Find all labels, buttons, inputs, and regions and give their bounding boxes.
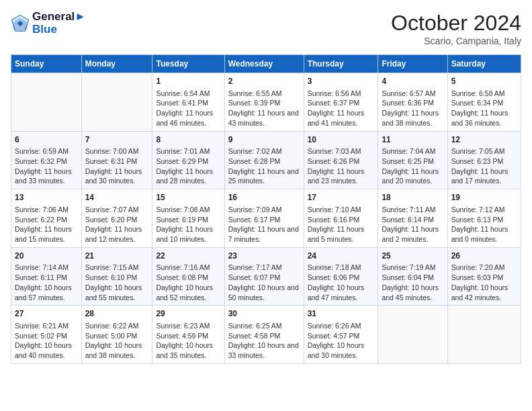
calendar-week-row: 6Sunrise: 6:59 AM Sunset: 6:32 PM Daylig…	[11, 131, 521, 189]
calendar-day-cell: 21Sunrise: 7:15 AM Sunset: 6:10 PM Dayli…	[81, 247, 152, 306]
day-number: 31	[308, 308, 375, 320]
calendar-day-cell	[378, 306, 447, 364]
day-info: Sunrise: 7:00 AM Sunset: 6:31 PM Dayligh…	[85, 146, 149, 186]
day-info: Sunrise: 6:22 AM Sunset: 5:00 PM Dayligh…	[85, 321, 149, 361]
calendar-day-cell: 18Sunrise: 7:11 AM Sunset: 6:14 PM Dayli…	[378, 189, 447, 248]
weekday-header: Sunday	[11, 55, 82, 73]
day-info: Sunrise: 7:12 AM Sunset: 6:13 PM Dayligh…	[451, 205, 517, 244]
weekday-header: Tuesday	[152, 55, 224, 73]
weekday-header: Wednesday	[224, 55, 304, 73]
calendar-day-cell: 14Sunrise: 7:07 AM Sunset: 6:20 PM Dayli…	[81, 189, 152, 248]
day-info: Sunrise: 6:25 AM Sunset: 4:58 PM Dayligh…	[228, 321, 300, 361]
calendar-day-cell: 11Sunrise: 7:04 AM Sunset: 6:25 PM Dayli…	[378, 131, 447, 189]
calendar-day-cell: 30Sunrise: 6:25 AM Sunset: 4:58 PM Dayli…	[224, 306, 304, 364]
day-number: 1	[156, 76, 220, 87]
calendar-body: 1Sunrise: 6:54 AM Sunset: 6:41 PM Daylig…	[11, 73, 521, 364]
day-info: Sunrise: 6:59 AM Sunset: 6:32 PM Dayligh…	[15, 146, 78, 186]
calendar-day-cell: 8Sunrise: 7:01 AM Sunset: 6:29 PM Daylig…	[152, 131, 224, 189]
day-number: 25	[382, 250, 443, 262]
day-number: 13	[15, 192, 78, 203]
day-number: 6	[15, 134, 78, 146]
day-info: Sunrise: 7:05 AM Sunset: 6:23 PM Dayligh…	[451, 146, 517, 186]
calendar-day-cell: 29Sunrise: 6:23 AM Sunset: 4:59 PM Dayli…	[152, 306, 224, 364]
day-number: 21	[85, 250, 149, 262]
calendar-day-cell: 24Sunrise: 7:18 AM Sunset: 6:06 PM Dayli…	[304, 247, 378, 306]
weekday-header: Friday	[378, 55, 447, 73]
day-number: 23	[228, 250, 300, 262]
day-number: 3	[308, 76, 375, 87]
day-number: 19	[451, 192, 517, 203]
calendar-day-cell: 3Sunrise: 6:56 AM Sunset: 6:37 PM Daylig…	[304, 73, 378, 132]
calendar-table: SundayMondayTuesdayWednesdayThursdayFrid…	[11, 54, 521, 364]
calendar-day-cell: 26Sunrise: 7:20 AM Sunset: 6:03 PM Dayli…	[447, 247, 521, 306]
day-info: Sunrise: 7:11 AM Sunset: 6:14 PM Dayligh…	[382, 205, 443, 244]
day-info: Sunrise: 7:04 AM Sunset: 6:25 PM Dayligh…	[382, 146, 443, 186]
weekday-header: Thursday	[304, 55, 378, 73]
day-number: 18	[382, 192, 443, 203]
day-number: 16	[228, 192, 300, 203]
day-info: Sunrise: 7:09 AM Sunset: 6:17 PM Dayligh…	[228, 205, 300, 244]
day-number: 22	[156, 250, 220, 262]
calendar-header-row: SundayMondayTuesdayWednesdayThursdayFrid…	[11, 55, 521, 73]
day-info: Sunrise: 7:10 AM Sunset: 6:16 PM Dayligh…	[308, 205, 375, 244]
day-info: Sunrise: 7:06 AM Sunset: 6:22 PM Dayligh…	[15, 205, 78, 244]
day-info: Sunrise: 7:01 AM Sunset: 6:29 PM Dayligh…	[156, 146, 220, 186]
weekday-header: Monday	[81, 55, 152, 73]
calendar-day-cell: 31Sunrise: 6:26 AM Sunset: 4:57 PM Dayli…	[304, 306, 378, 364]
day-info: Sunrise: 7:07 AM Sunset: 6:20 PM Dayligh…	[85, 205, 149, 244]
calendar-day-cell: 13Sunrise: 7:06 AM Sunset: 6:22 PM Dayli…	[11, 189, 82, 248]
calendar-day-cell: 1Sunrise: 6:54 AM Sunset: 6:41 PM Daylig…	[152, 73, 224, 132]
day-info: Sunrise: 7:19 AM Sunset: 6:04 PM Dayligh…	[382, 263, 443, 302]
calendar-day-cell: 27Sunrise: 6:21 AM Sunset: 5:02 PM Dayli…	[11, 306, 82, 364]
day-number: 20	[15, 250, 78, 262]
day-info: Sunrise: 6:56 AM Sunset: 6:37 PM Dayligh…	[308, 89, 375, 128]
day-info: Sunrise: 6:57 AM Sunset: 6:36 PM Dayligh…	[382, 89, 443, 128]
day-info: Sunrise: 7:20 AM Sunset: 6:03 PM Dayligh…	[451, 263, 517, 302]
logo-icon	[11, 14, 30, 33]
day-number: 11	[382, 134, 443, 146]
calendar-day-cell: 25Sunrise: 7:19 AM Sunset: 6:04 PM Dayli…	[378, 247, 447, 306]
day-number: 8	[156, 134, 220, 146]
calendar-day-cell	[447, 306, 521, 364]
day-number: 30	[228, 308, 300, 320]
day-number: 24	[308, 250, 375, 262]
day-info: Sunrise: 6:58 AM Sunset: 6:34 PM Dayligh…	[451, 89, 517, 128]
day-number: 17	[308, 192, 375, 203]
day-info: Sunrise: 7:08 AM Sunset: 6:19 PM Dayligh…	[156, 205, 220, 244]
calendar-day-cell	[81, 73, 152, 132]
day-info: Sunrise: 7:15 AM Sunset: 6:10 PM Dayligh…	[85, 263, 149, 302]
day-number: 10	[308, 134, 375, 146]
calendar-day-cell: 22Sunrise: 7:16 AM Sunset: 6:08 PM Dayli…	[152, 247, 224, 306]
day-info: Sunrise: 7:03 AM Sunset: 6:26 PM Dayligh…	[308, 146, 375, 186]
month-title: October 2024	[391, 11, 521, 36]
calendar-week-row: 1Sunrise: 6:54 AM Sunset: 6:41 PM Daylig…	[11, 73, 521, 132]
day-number: 4	[382, 76, 443, 87]
day-info: Sunrise: 7:16 AM Sunset: 6:08 PM Dayligh…	[156, 263, 220, 302]
calendar-day-cell: 28Sunrise: 6:22 AM Sunset: 5:00 PM Dayli…	[81, 306, 152, 364]
calendar-week-row: 27Sunrise: 6:21 AM Sunset: 5:02 PM Dayli…	[11, 306, 521, 364]
title-block: October 2024 Scario, Campania, Italy	[391, 11, 521, 46]
day-number: 15	[156, 192, 220, 203]
page-header: General► Blue October 2024 Scario, Campa…	[11, 11, 521, 46]
calendar-day-cell: 23Sunrise: 7:17 AM Sunset: 6:07 PM Dayli…	[224, 247, 304, 306]
calendar-day-cell: 16Sunrise: 7:09 AM Sunset: 6:17 PM Dayli…	[224, 189, 304, 248]
day-info: Sunrise: 6:55 AM Sunset: 6:39 PM Dayligh…	[228, 89, 300, 128]
day-number: 2	[228, 76, 300, 87]
location: Scario, Campania, Italy	[391, 36, 521, 46]
day-number: 27	[15, 308, 78, 320]
day-info: Sunrise: 6:21 AM Sunset: 5:02 PM Dayligh…	[15, 321, 78, 361]
calendar-day-cell: 4Sunrise: 6:57 AM Sunset: 6:36 PM Daylig…	[378, 73, 447, 132]
calendar-day-cell: 10Sunrise: 7:03 AM Sunset: 6:26 PM Dayli…	[304, 131, 378, 189]
day-number: 7	[85, 134, 149, 146]
day-info: Sunrise: 6:23 AM Sunset: 4:59 PM Dayligh…	[156, 321, 220, 361]
calendar-day-cell	[11, 73, 82, 132]
calendar-day-cell: 7Sunrise: 7:00 AM Sunset: 6:31 PM Daylig…	[81, 131, 152, 189]
calendar-day-cell: 5Sunrise: 6:58 AM Sunset: 6:34 PM Daylig…	[447, 73, 521, 132]
day-info: Sunrise: 7:14 AM Sunset: 6:11 PM Dayligh…	[15, 263, 78, 302]
day-info: Sunrise: 7:02 AM Sunset: 6:28 PM Dayligh…	[228, 146, 300, 186]
calendar-day-cell: 6Sunrise: 6:59 AM Sunset: 6:32 PM Daylig…	[11, 131, 82, 189]
calendar-week-row: 13Sunrise: 7:06 AM Sunset: 6:22 PM Dayli…	[11, 189, 521, 248]
day-number: 28	[85, 308, 149, 320]
day-info: Sunrise: 7:17 AM Sunset: 6:07 PM Dayligh…	[228, 263, 300, 302]
day-number: 29	[156, 308, 220, 320]
